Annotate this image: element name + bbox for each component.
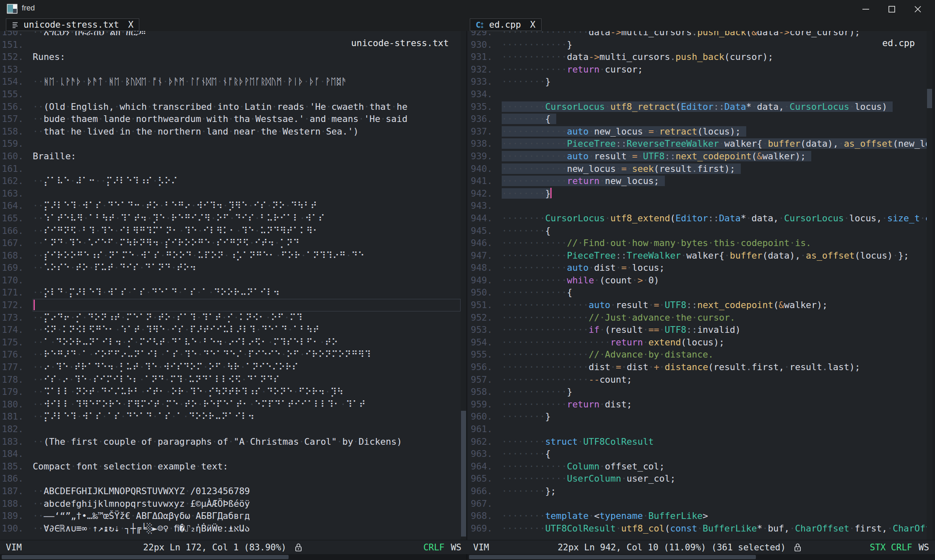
- code-line[interactable]: 157.··bude·thaem·lande·northweardum·with…: [0, 113, 461, 125]
- close-button[interactable]: [905, 0, 931, 18]
- code-line[interactable]: 184.: [0, 448, 461, 460]
- left-horizontal-scrollbar-thumb[interactable]: [2, 555, 289, 559]
- right-horizontal-scrollbar-thumb[interactable]: [469, 555, 756, 559]
- code-line[interactable]: 185.Compact·font·selection·example·text:: [0, 460, 461, 473]
- code-line[interactable]: 947.············PieceTree::TreeWalker·wa…: [467, 249, 927, 262]
- code-line[interactable]: 181.··⡍⠜⠇⠑⠹·⠺⠁⠎·⠁⠎·⠙⠑⠁⠙·⠁⠎·⠁·⠙⠕⠕⠗⠤⠝⠁⠊⠇⠲: [0, 410, 461, 423]
- code-line[interactable]: 962.········struct·UTF8ColResult: [467, 436, 927, 448]
- code-line[interactable]: 186.: [0, 472, 461, 485]
- code-line[interactable]: 943.: [467, 200, 927, 212]
- code-line[interactable]: 959.············return·dist;: [467, 398, 927, 411]
- code-line[interactable]: 158.··that·he·lived·in·the·northern·land…: [0, 125, 461, 138]
- code-line[interactable]: 152.Runes:: [0, 51, 461, 63]
- code-line[interactable]: 150.··እግርህን·በፍራሽህ·ልክ·ዘርጋ።: [0, 31, 461, 39]
- code-line[interactable]: 950.············{: [467, 286, 927, 299]
- tab-close-icon[interactable]: X: [530, 20, 536, 30]
- code-line[interactable]: 956.················dist·=·dist·+·distan…: [467, 361, 927, 373]
- code-line[interactable]: 168.··⡎⠊⠗⠕⠕⠛⠑⠰⠎·⠝⠁⠍⠑·⠺⠁⠎·⠛⠕⠕⠙·⠥⠏⠕⠝·⠰⡡⠁⠝⠛…: [0, 249, 461, 262]
- code-line[interactable]: 173.··⡍⠔⠙⠖·⡊·⠙⠕⠝⠰⠞·⠍⠑⠁⠝·⠞⠕·⠎⠁⠹·⠹⠁⠞·⡊·⠅⠝⠪…: [0, 311, 461, 324]
- code-line[interactable]: 932.············return·cursor;: [467, 63, 927, 76]
- code-line[interactable]: 958.············}: [467, 386, 927, 398]
- code-line[interactable]: 159.: [0, 137, 461, 150]
- code-line[interactable]: 187.··ABCDEFGHIJKLMNOPQRSTUVWXYZ·/012345…: [0, 485, 461, 498]
- right-editor-pane[interactable]: ed.cpp 929.················data->multi_c…: [467, 31, 927, 540]
- code-line[interactable]: 188.··abcdefghijklmnopqrstuvwxyz·£©µÀÆÖÞ…: [0, 498, 461, 510]
- code-line[interactable]: 179.··⠩⠁⠇⠇·⠝⠕⠞·⠙⠊⠌⠥⠗⠃·⠊⠞⠂·⠕⠗·⠹⠑·⡊⠳⠝⠞⠗⠹⠰⠎…: [0, 386, 461, 398]
- code-line[interactable]: 935.········CursorLocus·utf8_retract(Edi…: [467, 101, 927, 113]
- code-line[interactable]: 933.········}: [467, 75, 927, 88]
- whitespace-indicator[interactable]: WS: [451, 542, 461, 552]
- code-line[interactable]: 946.············//·Find·out·how·many·byt…: [467, 237, 927, 249]
- code-line[interactable]: 969.········UTF8ColResult·utf8_col(const…: [467, 522, 927, 535]
- code-line[interactable]: 154.··ᚻᛖ·ᚳᚹᚫᚦ·ᚦᚫᛏ·ᚻᛖ·ᛒᚢᛞᛖ·ᚩᚾ·ᚦᚫᛗ·ᛚᚪᚾᛞᛖ·ᚾ…: [0, 75, 461, 88]
- code-line[interactable]: 936.········{: [467, 113, 927, 125]
- left-vertical-scrollbar[interactable]: [461, 31, 466, 540]
- code-line[interactable]: 190.··∀∂∈ℝ∧∪≡∞·↑↗↨↻⇣·┐┼╔╘░►☺♀·ﬁ�⑀₂ἠḂӥẄɐː…: [0, 522, 461, 535]
- code-line[interactable]: 172.: [0, 299, 461, 311]
- code-line[interactable]: 167.··⠁⠝⠙·⠹⠑·⠡⠊⠑⠋·⠍⠳⠗⠝⠻⠲·⡎⠊⠗⠕⠕⠛⠑·⠎⠊⠛⠝⠫·⠊…: [0, 237, 461, 249]
- code-line[interactable]: 161.: [0, 163, 461, 175]
- code-line[interactable]: 968.········template·<typename·BufferLik…: [467, 510, 927, 522]
- code-line[interactable]: 934.: [467, 88, 927, 101]
- code-line[interactable]: 929.················data->multi_cursors.…: [467, 31, 927, 39]
- code-line[interactable]: 965.············UserColumn·user_col;: [467, 472, 927, 485]
- code-line[interactable]: 948.············auto·dist·=·locus;: [467, 262, 927, 274]
- code-line[interactable]: 930.············}: [467, 39, 927, 51]
- tab-close-icon[interactable]: X: [128, 20, 134, 30]
- code-line[interactable]: 940.············new_locus·=·seek(result.…: [467, 163, 927, 175]
- code-line[interactable]: 964.············Column·offset_col;: [467, 460, 927, 473]
- code-line[interactable]: 952.················//·Just·advance·the·…: [467, 311, 927, 324]
- code-line[interactable]: 162.··⡌⠁⠧⠑·⠼⠁⠒··⡍⠜⠇⠑⠹⠰⠎·⡣⠕⠌: [0, 175, 461, 187]
- code-line[interactable]: 175.··⠁·⠙⠕⠕⠗⠤⠝⠁⠊⠇⠲·⡊·⠍⠊⠣⠞·⠙⠁⠧⠑·⠃⠑⠲·⠔⠊⠇⠔⠫…: [0, 336, 461, 349]
- code-line[interactable]: 939.············auto·result·=·UTF8::next…: [467, 150, 927, 163]
- code-line[interactable]: 156.··(Old·English,·which·transcribed·in…: [0, 101, 461, 113]
- whitespace-indicator[interactable]: WS: [919, 542, 929, 552]
- code-line[interactable]: 931.············data->multi_cursors.push…: [467, 51, 927, 63]
- code-line[interactable]: 951.················auto·result·=·UTF8::…: [467, 299, 927, 311]
- scrollbar-thumb[interactable]: [927, 89, 932, 108]
- code-line[interactable]: 155.: [0, 88, 461, 101]
- code-line[interactable]: 174.··⠪⠝·⠅⠝⠪⠇⠫⠛⠑⠂·⠱⠁⠞·⠹⠻⠑·⠊⠎·⠏⠜⠞⠊⠊⠥⠇⠜⠇⠹·…: [0, 324, 461, 336]
- right-vertical-scrollbar[interactable]: [927, 31, 932, 540]
- code-line[interactable]: 938.············PieceTree::ReverseTreeWa…: [467, 137, 927, 150]
- code-line[interactable]: 183.··(The·first·couple·of·paragraphs·of…: [0, 436, 461, 448]
- scrollbar-thumb[interactable]: [461, 411, 466, 537]
- code-line[interactable]: 963.········{: [467, 448, 927, 460]
- code-line[interactable]: 165.··⠱⠁⠞⠑⠧⠻·⠁⠃⠳⠞·⠹⠁⠞⠲·⡹⠑·⠗⠑⠛⠊⠌⠻·⠕⠋·⠙⠊⠎·…: [0, 212, 461, 225]
- code-line[interactable]: 960.········}: [467, 410, 927, 423]
- code-line[interactable]: 170.: [0, 274, 461, 287]
- eol-indicator[interactable]: STX CRLF: [870, 542, 912, 552]
- code-line[interactable]: 945.········{: [467, 225, 927, 237]
- code-line[interactable]: 164.··⡍⠜⠇⠑⠹·⠺⠁⠎·⠙⠑⠁⠙⠒·⠞⠕·⠃⠑⠛⠔·⠺⠊⠹⠲·⡹⠻⠑·⠊…: [0, 200, 461, 212]
- left-editor-pane[interactable]: unicode-stress.txt 150.··እግርህን·በፍራሽህ·ልክ·…: [0, 31, 461, 540]
- code-line[interactable]: 171.··⡕⠇⠙·⡍⠜⠇⠑⠹·⠺⠁⠎·⠁⠎·⠙⠑⠁⠙·⠁⠎·⠁·⠙⠕⠕⠗⠤⠝⠁…: [0, 286, 461, 299]
- code-line[interactable]: 153.: [0, 63, 461, 76]
- code-line[interactable]: 180.··⠺⠊⠇⠇·⠹⠻⠑⠋⠕⠗⠑·⠏⠻⠍⠊⠞·⠍⠑·⠞⠕·⠗⠑⠏⠑⠁⠞⠂·⠑…: [0, 398, 461, 411]
- code-line[interactable]: 182.: [0, 423, 461, 436]
- code-line[interactable]: 967.: [467, 498, 927, 510]
- minimize-button[interactable]: [853, 0, 879, 18]
- code-line[interactable]: 961.: [467, 423, 927, 436]
- tab-ed-cpp[interactable]: C + + ed.cpp X: [470, 18, 542, 31]
- code-line[interactable]: 949.············while·(count·>·0): [467, 274, 927, 287]
- code-line[interactable]: 937.············auto·new_locus·=·retract…: [467, 125, 927, 138]
- code-line[interactable]: 944.········CursorLocus·utf8_extend(Edit…: [467, 212, 927, 225]
- code-line[interactable]: 160.Braille:: [0, 150, 461, 163]
- code-line[interactable]: 957.················--count;: [467, 373, 927, 386]
- code-line[interactable]: 169.··⠡⠕⠎⠑·⠞⠕·⠏⠥⠞·⠙⠊⠎·⠙⠁⠝⠙·⠞⠕⠲: [0, 262, 461, 274]
- code-line[interactable]: 942.········}: [467, 187, 927, 200]
- tab-unicode-stress[interactable]: unicode-stress.txt X: [6, 18, 139, 31]
- code-line[interactable]: 166.··⠎⠊⠛⠝⠫·⠃⠹·⠹⠑·⠊⠇⠻⠛⠹⠍⠁⠝⠂·⠹⠑·⠊⠇⠻⠅⠂·⠹⠑·…: [0, 225, 461, 237]
- eol-indicator[interactable]: CRLF: [423, 542, 445, 552]
- code-line[interactable]: 163.: [0, 187, 461, 200]
- code-line[interactable]: 189.··–—‘“”„†•…‰™œŠŸž€·ΑΒΓΔΩαβγδω·АБВГДа…: [0, 510, 461, 522]
- maximize-button[interactable]: [879, 0, 905, 18]
- code-line[interactable]: 178.··⠊⠎·⠔·⠹⠑·⠎⠊⠍⠊⠇⠑⠆·⠁⠝⠙·⠍⠹·⠥⠝⠙⠁⠇⠇⠪⠫·⠙⠁…: [0, 373, 461, 386]
- code-line[interactable]: 955.················//·Advance·by·distan…: [467, 348, 927, 361]
- code-line[interactable]: 953.················if·(result·==·UTF8::…: [467, 324, 927, 336]
- code-line[interactable]: 176.··⠗⠑⠛⠜⠙·⠁·⠊⠕⠋⠋⠔⠤⠝⠁⠊⠇·⠁⠎·⠹⠑·⠙⠑⠁⠙⠑⠌·⠏⠊…: [0, 348, 461, 361]
- code-line[interactable]: 966.········};: [467, 485, 927, 498]
- code-line[interactable]: 941.············return·new_locus;: [467, 175, 927, 187]
- code-line[interactable]: 954.····················return·extend(lo…: [467, 336, 927, 349]
- code-line[interactable]: 177.··⠔·⠹⠑·⠞⠗⠁⠙⠑⠲·⡃⠥⠞·⠹⠑·⠺⠊⠎⠙⠕⠍·⠕⠋·⠳⠗·⠁⠝…: [0, 361, 461, 373]
